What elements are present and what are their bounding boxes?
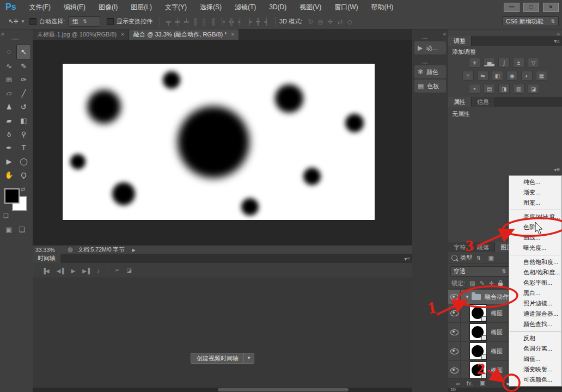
3d-slide-icon[interactable]: ⇄ — [335, 18, 345, 26]
menu-item[interactable]: 图层(L) — [124, 3, 158, 12]
layer-name[interactable]: 椭圆 — [491, 309, 503, 317]
layer-style-icon[interactable]: fx. — [467, 380, 473, 387]
lock-transparency-icon[interactable]: ▨ — [469, 280, 475, 287]
previous-frame-button[interactable]: ◀▐ — [53, 268, 68, 274]
go-to-first-frame-button[interactable]: ▐◀ — [38, 268, 53, 274]
menu-item[interactable]: 文件(F) — [23, 3, 57, 12]
auto-select-dropdown[interactable]: 组 ⇅ — [68, 16, 100, 27]
tool-preset-caret-icon[interactable]: ▼ — [21, 19, 25, 24]
collapse-strip-icon[interactable]: « — [443, 30, 446, 37]
tab-close-icon[interactable]: × — [231, 29, 234, 40]
collapse-tools-icon[interactable]: « — [1, 30, 4, 37]
canvas-image[interactable] — [63, 64, 375, 220]
menu-item[interactable]: 选择(S) — [193, 3, 228, 12]
menu-item[interactable]: 帮助(H) — [365, 3, 400, 12]
tab-paragraph[interactable]: 段落 — [472, 242, 495, 252]
brush-tool[interactable]: ╱ — [16, 87, 31, 100]
context-menu-item[interactable]: 亮度/对比度... — [509, 212, 561, 222]
lock-position-icon[interactable]: ✛ — [489, 280, 494, 287]
brightness-contrast-adjustment-icon[interactable]: ☀ — [469, 58, 480, 68]
swap-colors-icon[interactable]: ⇄ — [21, 186, 25, 192]
document-tab[interactable]: 融合 @ 33.3% (融合动作, RGB/8) * × — [129, 29, 239, 40]
visibility-toggle[interactable] — [448, 304, 461, 322]
context-menu-item[interactable]: 图案... — [509, 198, 561, 208]
clone-stamp-tool[interactable]: ♟ — [2, 100, 16, 114]
elliptical-marquee-tool[interactable]: ◌ — [2, 45, 16, 58]
menu-item[interactable]: 文字(Y) — [158, 3, 193, 12]
layer-thumbnail[interactable] — [470, 324, 486, 340]
context-menu-item[interactable]: 色阶... — [509, 222, 561, 232]
menu-item[interactable]: 视图(V) — [293, 3, 328, 12]
3d-scale-icon[interactable]: ◇ — [345, 18, 355, 26]
context-menu-item[interactable]: 通道混合器... — [509, 309, 561, 319]
type-tool[interactable]: T — [16, 141, 31, 155]
distribute-vertical-centers-icon[interactable]: ╬ — [227, 18, 236, 26]
actions-panel-button[interactable]: ▶ 动… — [414, 41, 446, 54]
hue-saturation-adjustment-icon[interactable]: ≡ — [462, 71, 474, 81]
transition-icon[interactable]: ◪ — [123, 267, 135, 273]
curves-adjustment-icon[interactable]: ∫ — [498, 58, 510, 68]
tab-info[interactable]: 信息 — [472, 97, 495, 107]
path-selection-tool[interactable]: ▶ — [2, 155, 16, 168]
filter-type-dropdown[interactable]: 类型 — [460, 254, 472, 262]
3d-drag-icon[interactable]: ✛ — [326, 18, 335, 26]
layer-name[interactable]: 椭圆 — [491, 328, 503, 336]
tab-close-icon[interactable]: × — [121, 29, 124, 40]
quick-mask-button[interactable]: ▣ — [5, 225, 12, 234]
align-vertical-centers-icon[interactable]: ╪ — [173, 18, 182, 26]
hand-tool[interactable]: ✋ — [2, 168, 16, 182]
context-menu-item[interactable]: 黑白... — [509, 288, 561, 298]
dodge-tool[interactable]: ⚲ — [16, 127, 31, 141]
selective-color-adjustment-icon[interactable]: ◪ — [528, 84, 539, 94]
pen-tool[interactable]: ✒ — [2, 141, 16, 155]
gradient-map-adjustment-icon[interactable]: ▥ — [513, 84, 524, 94]
menu-item[interactable]: 3D(D) — [262, 3, 293, 11]
foreground-color-swatch[interactable] — [4, 188, 20, 204]
eyedropper-tool[interactable]: ✑ — [16, 73, 31, 87]
context-menu-item[interactable]: 曲线... — [509, 232, 561, 243]
crop-tool[interactable]: ⊞ — [2, 73, 16, 87]
menu-item[interactable]: 图像(I) — [92, 3, 124, 12]
context-menu-item[interactable]: 颜色查找... — [509, 319, 561, 329]
auto-select-checkbox[interactable] — [29, 18, 36, 25]
context-menu-item[interactable]: 渐变... — [509, 187, 561, 198]
zoom-level-field[interactable]: 33.33% — [35, 247, 55, 253]
timeline-mode-dropdown[interactable]: ▼ — [243, 353, 254, 364]
group-name[interactable]: 融合动作 — [485, 293, 509, 301]
threshold-adjustment-icon[interactable]: ◨ — [498, 84, 510, 94]
context-menu-item[interactable]: 渐变映射... — [509, 364, 561, 375]
layer-thumbnail[interactable] — [470, 305, 486, 321]
lock-pixels-icon[interactable]: ✎ — [479, 280, 484, 287]
layer-name[interactable]: 椭圆 — [491, 366, 503, 375]
3d-roll-icon[interactable]: ◎ — [315, 18, 325, 26]
context-menu-item[interactable]: 曝光度... — [509, 243, 561, 253]
context-menu-item[interactable]: 色彩平衡... — [509, 278, 561, 288]
3d-rotate-icon[interactable]: ↻ — [306, 18, 315, 26]
link-layers-icon[interactable]: ∞ — [456, 380, 460, 387]
align-right-edges-icon[interactable]: ╢ — [209, 18, 218, 26]
distribute-horizontal-centers-icon[interactable]: ╋ — [254, 18, 262, 26]
quick-selection-tool[interactable]: ✎ — [16, 59, 31, 73]
vibrance-adjustment-icon[interactable]: ▽ — [528, 58, 539, 68]
context-menu-item[interactable]: 可选颜色... — [509, 375, 561, 385]
tab-properties[interactable]: 属性 — [448, 97, 472, 107]
photo-filter-adjustment-icon[interactable]: ◉ — [506, 71, 518, 81]
next-frame-button[interactable]: ▶▐ — [78, 268, 93, 274]
maximize-button[interactable]: □ — [523, 3, 539, 12]
layer-thumbnail[interactable] — [470, 343, 486, 359]
invert-adjustment-icon[interactable]: ◓ — [469, 84, 480, 94]
context-menu-item[interactable]: 自然饱和度... — [509, 257, 561, 267]
color-balance-adjustment-icon[interactable]: ⇋ — [477, 71, 488, 81]
blur-tool[interactable]: δ — [2, 127, 16, 141]
context-menu-item[interactable]: 照片滤镜... — [509, 298, 561, 309]
group-expand-icon[interactable]: ▼ — [465, 295, 469, 299]
visibility-toggle[interactable] — [448, 290, 461, 304]
levels-adjustment-icon[interactable]: ▁▅▃ — [484, 58, 495, 68]
lasso-tool[interactable]: ∿ — [2, 59, 16, 73]
context-menu-item[interactable]: 阈值... — [509, 354, 561, 364]
context-menu-item[interactable]: 纯色... — [509, 177, 561, 187]
zoom-tool[interactable]: Ϙ — [16, 168, 31, 182]
move-tool[interactable]: ↖ — [16, 45, 31, 59]
lock-all-icon[interactable] — [498, 283, 503, 286]
align-bottom-edges-icon[interactable]: ╧ — [182, 18, 191, 26]
